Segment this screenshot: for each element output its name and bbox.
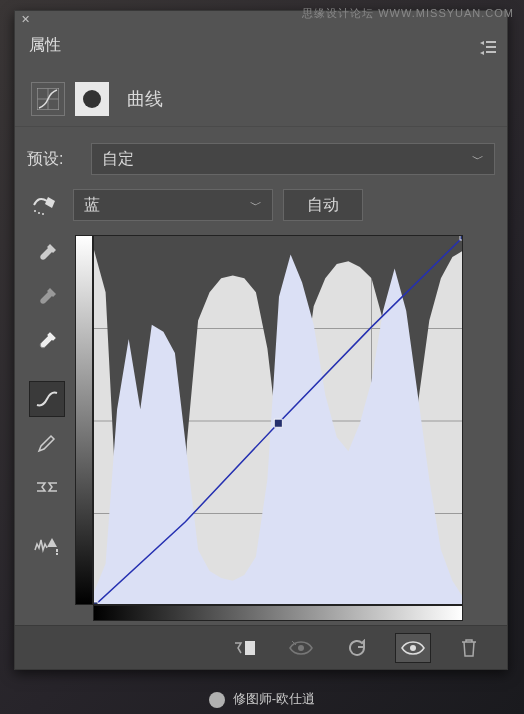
pencil-tool-icon[interactable] (29, 425, 65, 461)
point-curve-tool-icon[interactable] (29, 381, 65, 417)
panel-menu-icon[interactable] (477, 37, 499, 59)
clip-to-layer-icon[interactable] (227, 633, 263, 663)
credit: 修图师-欧仕逍 (0, 690, 524, 708)
channel-row: 蓝 ﹀ 自动 (27, 189, 495, 221)
properties-panel: ✕ 属性 曲线 预设: 自定 ﹀ 蓝 ﹀ (14, 10, 508, 670)
svg-point-4 (38, 212, 40, 214)
mask-icon[interactable] (75, 82, 109, 116)
watermark-text: 思缘设计论坛 WWW.MISSYUAN.COM (302, 6, 514, 21)
channel-value: 蓝 (84, 195, 100, 216)
chevron-down-icon: ﹀ (250, 197, 262, 214)
auto-button[interactable]: 自动 (283, 189, 363, 221)
panel-footer (15, 625, 507, 669)
curve-handle[interactable] (460, 236, 463, 240)
curve-area (27, 235, 495, 639)
adjustment-type-row: 曲线 (15, 71, 507, 127)
adjustment-type-label: 曲线 (127, 87, 163, 111)
channel-select[interactable]: 蓝 ﹀ (73, 189, 273, 221)
curve-tools (27, 235, 67, 639)
curve-handle[interactable] (274, 419, 282, 427)
eyedropper-black-icon[interactable] (29, 235, 65, 271)
svg-point-5 (42, 213, 44, 215)
curve-handle[interactable] (94, 602, 98, 605)
clip-warning-icon[interactable] (29, 527, 65, 563)
eyedropper-gray-icon[interactable] (29, 279, 65, 315)
preset-select[interactable]: 自定 ﹀ (91, 143, 495, 175)
eyedropper-white-icon[interactable] (29, 323, 65, 359)
close-icon[interactable]: ✕ (21, 13, 30, 26)
chevron-down-icon: ﹀ (472, 151, 484, 168)
curves-icon[interactable] (31, 82, 65, 116)
reset-icon[interactable] (339, 633, 375, 663)
preset-label: 预设: (27, 149, 81, 170)
output-gradient-vertical (75, 235, 93, 605)
preset-value: 自定 (102, 149, 134, 170)
tab-properties[interactable]: 属性 (15, 29, 75, 64)
weibo-icon (209, 692, 225, 708)
targeted-adjust-icon[interactable] (27, 191, 63, 219)
svg-rect-6 (56, 549, 58, 552)
visibility-icon[interactable] (395, 633, 431, 663)
curve-canvas[interactable] (93, 235, 463, 605)
view-previous-icon[interactable] (283, 633, 319, 663)
trash-icon[interactable] (451, 633, 487, 663)
svg-rect-14 (245, 641, 255, 655)
credit-text: 修图师-欧仕逍 (233, 691, 315, 706)
panel-body: 预设: 自定 ﹀ 蓝 ﹀ 自动 (15, 127, 507, 651)
svg-point-16 (410, 645, 416, 651)
curve-box (75, 235, 495, 639)
panel-tabs: 属性 (15, 29, 507, 71)
svg-rect-7 (56, 553, 58, 555)
svg-point-15 (298, 645, 304, 651)
input-gradient-horizontal (93, 605, 463, 621)
smooth-tool-icon[interactable] (29, 469, 65, 505)
svg-point-3 (34, 210, 36, 212)
preset-row: 预设: 自定 ﹀ (27, 143, 495, 175)
